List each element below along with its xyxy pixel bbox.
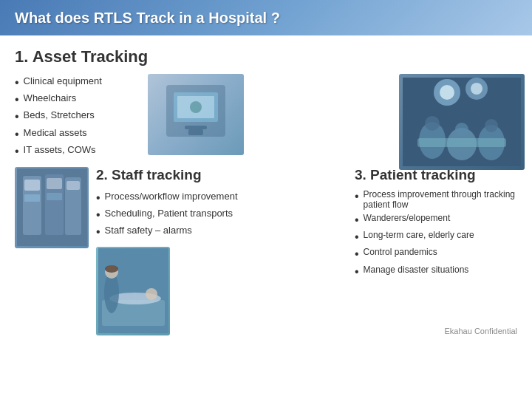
asset-item-2: Wheelchairs — [24, 92, 77, 103]
list-item: • Control pandemics — [355, 245, 517, 262]
svg-rect-17 — [417, 138, 506, 147]
patient-item-1: Process improvement through tracking pat… — [364, 189, 517, 210]
svg-point-12 — [425, 116, 440, 131]
list-item: • IT assets, COWs — [15, 143, 140, 160]
surgery-svg — [403, 78, 521, 166]
staff-tracking-container: 2. Staff tracking • Process/workflow imp… — [96, 167, 347, 335]
patient-image — [96, 247, 170, 335]
svg-point-10 — [471, 83, 482, 95]
svg-rect-23 — [47, 178, 62, 189]
surgery-image — [399, 74, 525, 170]
header-title: What does RTLS Track in a Hospital ? — [15, 10, 280, 27]
bullet-dot: • — [355, 189, 359, 203]
staff-item-1: Process/workflow improvement — [105, 191, 238, 202]
bullet-dot: • — [96, 208, 100, 222]
asset-item-5: IT assets, COWs — [24, 144, 96, 155]
list-item: • Scheduling, Patient transports — [96, 206, 347, 223]
bullet-dot: • — [96, 225, 100, 239]
bullet-dot: • — [96, 191, 100, 205]
medical-device-svg — [151, 78, 240, 151]
list-item: • Wanderers/elopement — [355, 211, 517, 228]
svg-rect-20 — [24, 180, 40, 191]
patient-image-container — [96, 247, 347, 335]
equipment-svg — [17, 168, 87, 246]
section1-title: 1. Asset Tracking — [15, 47, 517, 66]
asset-item-3: Beds, Stretchers — [24, 109, 95, 120]
list-item: • Wheelchairs — [15, 91, 140, 108]
patient-tracking-container: 3. Patient tracking • Process improvemen… — [355, 167, 517, 335]
bullet-dot: • — [15, 75, 19, 89]
svg-point-33 — [105, 265, 118, 273]
staff-item-3: Staff safety – alarms — [105, 225, 192, 236]
list-item: • Staff safety – alarms — [96, 223, 347, 240]
main-content: 1. Asset Tracking • Clinical equipment •… — [0, 35, 532, 341]
medical-device-image — [148, 74, 244, 155]
asset-list-container: • Clinical equipment • Wheelchairs • Bed… — [15, 74, 140, 160]
lower-sections: 2. Staff tracking • Process/workflow imp… — [15, 167, 517, 335]
bullet-dot: • — [15, 92, 19, 106]
svg-rect-21 — [24, 194, 40, 202]
svg-rect-24 — [47, 193, 62, 200]
svg-point-30 — [146, 288, 157, 300]
section2-title: 2. Staff tracking — [96, 167, 347, 183]
bullet-dot: • — [355, 247, 359, 261]
asset-bullet-list: • Clinical equipment • Wheelchairs • Bed… — [15, 74, 140, 160]
list-item: • Process/workflow improvement — [96, 189, 347, 206]
svg-rect-5 — [188, 129, 203, 135]
svg-point-9 — [440, 85, 454, 100]
svg-point-3 — [190, 101, 202, 113]
bullet-dot: • — [15, 127, 19, 141]
footer-text: Ekahau Confidential — [445, 327, 517, 335]
svg-rect-26 — [66, 181, 80, 190]
header: What does RTLS Track in a Hospital ? — [0, 0, 532, 35]
bullet-dot: • — [15, 109, 19, 123]
bullet-dot: • — [355, 265, 359, 279]
list-item: • Beds, Stretchers — [15, 108, 140, 125]
staff-bullet-list: • Process/workflow improvement • Schedul… — [96, 189, 347, 241]
list-item: • Long-term care, elderly care — [355, 228, 517, 245]
asset-item-1: Clinical equipment — [24, 75, 102, 86]
bullet-dot: • — [355, 213, 359, 227]
list-item: • Clinical equipment — [15, 74, 140, 91]
asset-item-4: Medical assets — [24, 127, 87, 138]
patient-svg — [98, 248, 168, 333]
svg-rect-4 — [185, 126, 207, 129]
patient-item-2: Wanderers/elopement — [364, 213, 451, 223]
staff-item-2: Scheduling, Patient transports — [105, 208, 233, 219]
list-item: • Process improvement through tracking p… — [355, 188, 517, 211]
bullet-dot: • — [15, 144, 19, 158]
svg-point-14 — [455, 123, 468, 136]
list-item: • Medical assets — [15, 126, 140, 143]
equipment-image — [15, 167, 89, 248]
patient-item-4: Control pandemics — [364, 247, 437, 257]
patient-bullet-list: • Process improvement through tracking p… — [355, 188, 517, 280]
list-item: • Manage disaster situations — [355, 263, 517, 280]
patient-item-3: Long-term care, elderly care — [364, 230, 474, 240]
section3-title: 3. Patient tracking — [355, 167, 517, 183]
patient-item-5: Manage disaster situations — [364, 265, 469, 275]
bullet-dot: • — [355, 230, 359, 244]
svg-point-16 — [485, 119, 498, 132]
